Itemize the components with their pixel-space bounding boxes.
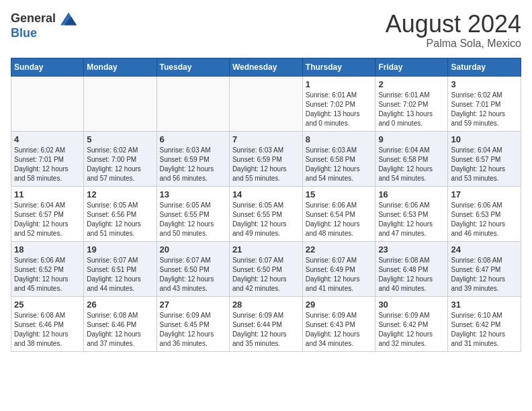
day-number: 2 — [378, 79, 445, 89]
day-number: 31 — [451, 300, 518, 310]
weekday-header-sunday: Sunday — [11, 58, 84, 76]
day-info: Sunrise: 6:06 AMSunset: 6:52 PMDaylight:… — [14, 256, 81, 293]
weekday-header-saturday: Saturday — [448, 58, 521, 76]
day-number: 27 — [160, 300, 226, 310]
day-cell: 8Sunrise: 6:03 AMSunset: 6:58 PMDaylight… — [302, 131, 375, 186]
day-cell: 1Sunrise: 6:01 AMSunset: 7:02 PMDaylight… — [302, 76, 375, 131]
logo-blue-text: Blue — [11, 27, 77, 40]
day-cell: 17Sunrise: 6:06 AMSunset: 6:53 PMDayligh… — [448, 186, 521, 241]
day-number: 25 — [14, 300, 81, 310]
logo: General Blue — [11, 11, 77, 40]
logo-text: General Blue — [11, 11, 77, 40]
day-number: 17 — [451, 189, 518, 199]
day-number: 5 — [87, 134, 153, 144]
day-info: Sunrise: 6:07 AMSunset: 6:49 PMDaylight:… — [306, 256, 373, 293]
day-info: Sunrise: 6:08 AMSunset: 6:47 PMDaylight:… — [451, 256, 518, 293]
day-cell: 6Sunrise: 6:03 AMSunset: 6:59 PMDaylight… — [157, 131, 229, 186]
day-number: 4 — [14, 134, 81, 144]
calendar-table: SundayMondayTuesdayWednesdayThursdayFrid… — [11, 58, 521, 352]
day-number: 10 — [451, 134, 518, 144]
day-cell: 19Sunrise: 6:07 AMSunset: 6:51 PMDayligh… — [84, 241, 157, 296]
day-number: 19 — [87, 244, 153, 255]
calendar-header-row: SundayMondayTuesdayWednesdayThursdayFrid… — [11, 58, 521, 76]
day-cell: 28Sunrise: 6:09 AMSunset: 6:44 PMDayligh… — [229, 296, 302, 351]
day-number: 6 — [160, 134, 226, 144]
day-number: 1 — [306, 79, 373, 89]
day-cell: 13Sunrise: 6:05 AMSunset: 6:55 PMDayligh… — [157, 186, 229, 241]
day-number: 3 — [451, 79, 518, 89]
day-cell: 15Sunrise: 6:06 AMSunset: 6:54 PMDayligh… — [302, 186, 375, 241]
day-info: Sunrise: 6:05 AMSunset: 6:55 PMDaylight:… — [232, 201, 300, 238]
day-number: 11 — [14, 189, 81, 199]
day-number: 22 — [306, 244, 373, 255]
day-cell: 10Sunrise: 6:04 AMSunset: 6:57 PMDayligh… — [448, 131, 521, 186]
calendar-week-row: 4Sunrise: 6:02 AMSunset: 7:01 PMDaylight… — [11, 131, 521, 186]
weekday-header-friday: Friday — [375, 58, 448, 76]
empty-day-cell — [229, 76, 302, 131]
day-cell: 20Sunrise: 6:07 AMSunset: 6:50 PMDayligh… — [157, 241, 229, 296]
day-number: 24 — [451, 244, 518, 255]
page-header: General Blue August 2024 Palma Sola, Mex… — [11, 11, 521, 50]
day-number: 29 — [306, 300, 373, 310]
title-area: August 2024 Palma Sola, Mexico — [386, 11, 521, 50]
day-number: 13 — [160, 189, 226, 199]
empty-day-cell — [84, 76, 157, 131]
day-info: Sunrise: 6:06 AMSunset: 6:53 PMDaylight:… — [378, 201, 445, 238]
day-info: Sunrise: 6:04 AMSunset: 6:58 PMDaylight:… — [378, 146, 445, 183]
day-number: 20 — [160, 244, 226, 255]
empty-day-cell — [11, 76, 84, 131]
day-cell: 22Sunrise: 6:07 AMSunset: 6:49 PMDayligh… — [302, 241, 375, 296]
day-cell: 25Sunrise: 6:08 AMSunset: 6:46 PMDayligh… — [11, 296, 84, 351]
day-info: Sunrise: 6:03 AMSunset: 6:58 PMDaylight:… — [306, 146, 373, 183]
day-cell: 18Sunrise: 6:06 AMSunset: 6:52 PMDayligh… — [11, 241, 84, 296]
calendar-week-row: 1Sunrise: 6:01 AMSunset: 7:02 PMDaylight… — [11, 76, 521, 131]
day-number: 30 — [378, 300, 445, 310]
day-cell: 14Sunrise: 6:05 AMSunset: 6:55 PMDayligh… — [229, 186, 302, 241]
day-number: 14 — [232, 189, 300, 199]
day-info: Sunrise: 6:06 AMSunset: 6:54 PMDaylight:… — [306, 201, 373, 238]
day-cell: 7Sunrise: 6:03 AMSunset: 6:59 PMDaylight… — [229, 131, 302, 186]
day-cell: 4Sunrise: 6:02 AMSunset: 7:01 PMDaylight… — [11, 131, 84, 186]
day-cell: 26Sunrise: 6:08 AMSunset: 6:46 PMDayligh… — [84, 296, 157, 351]
day-number: 9 — [378, 134, 445, 144]
weekday-header-wednesday: Wednesday — [229, 58, 302, 76]
day-info: Sunrise: 6:08 AMSunset: 6:48 PMDaylight:… — [378, 256, 445, 293]
logo-general-text: General — [11, 11, 77, 27]
day-number: 16 — [378, 189, 445, 199]
day-number: 18 — [14, 244, 81, 255]
day-cell: 2Sunrise: 6:01 AMSunset: 7:02 PMDaylight… — [375, 76, 448, 131]
day-number: 15 — [306, 189, 373, 199]
calendar-week-row: 18Sunrise: 6:06 AMSunset: 6:52 PMDayligh… — [11, 241, 521, 296]
day-number: 12 — [87, 189, 153, 199]
day-cell: 9Sunrise: 6:04 AMSunset: 6:58 PMDaylight… — [375, 131, 448, 186]
day-info: Sunrise: 6:02 AMSunset: 7:01 PMDaylight:… — [451, 91, 518, 128]
day-info: Sunrise: 6:06 AMSunset: 6:53 PMDaylight:… — [451, 201, 518, 238]
day-info: Sunrise: 6:09 AMSunset: 6:42 PMDaylight:… — [378, 311, 445, 349]
day-info: Sunrise: 6:07 AMSunset: 6:50 PMDaylight:… — [232, 256, 300, 293]
day-cell: 31Sunrise: 6:10 AMSunset: 6:42 PMDayligh… — [448, 296, 521, 351]
day-info: Sunrise: 6:05 AMSunset: 6:56 PMDaylight:… — [87, 201, 153, 238]
day-cell: 3Sunrise: 6:02 AMSunset: 7:01 PMDaylight… — [448, 76, 521, 131]
day-cell: 23Sunrise: 6:08 AMSunset: 6:48 PMDayligh… — [375, 241, 448, 296]
day-info: Sunrise: 6:09 AMSunset: 6:45 PMDaylight:… — [160, 311, 226, 349]
day-number: 28 — [232, 300, 300, 310]
day-cell: 24Sunrise: 6:08 AMSunset: 6:47 PMDayligh… — [448, 241, 521, 296]
calendar-week-row: 25Sunrise: 6:08 AMSunset: 6:46 PMDayligh… — [11, 296, 521, 351]
weekday-header-monday: Monday — [84, 58, 157, 76]
weekday-header-tuesday: Tuesday — [157, 58, 229, 76]
month-title: August 2024 — [386, 11, 521, 38]
day-info: Sunrise: 6:08 AMSunset: 6:46 PMDaylight:… — [87, 311, 153, 349]
day-info: Sunrise: 6:07 AMSunset: 6:50 PMDaylight:… — [160, 256, 226, 293]
day-info: Sunrise: 6:09 AMSunset: 6:44 PMDaylight:… — [232, 311, 300, 349]
day-info: Sunrise: 6:07 AMSunset: 6:51 PMDaylight:… — [87, 256, 153, 293]
day-number: 23 — [378, 244, 445, 255]
day-info: Sunrise: 6:10 AMSunset: 6:42 PMDaylight:… — [451, 311, 518, 349]
day-cell: 11Sunrise: 6:04 AMSunset: 6:57 PMDayligh… — [11, 186, 84, 241]
day-cell: 27Sunrise: 6:09 AMSunset: 6:45 PMDayligh… — [157, 296, 229, 351]
weekday-header-thursday: Thursday — [302, 58, 375, 76]
day-info: Sunrise: 6:01 AMSunset: 7:02 PMDaylight:… — [306, 91, 373, 128]
day-cell: 30Sunrise: 6:09 AMSunset: 6:42 PMDayligh… — [375, 296, 448, 351]
day-cell: 29Sunrise: 6:09 AMSunset: 6:43 PMDayligh… — [302, 296, 375, 351]
day-cell: 16Sunrise: 6:06 AMSunset: 6:53 PMDayligh… — [375, 186, 448, 241]
day-info: Sunrise: 6:02 AMSunset: 7:00 PMDaylight:… — [87, 146, 153, 183]
